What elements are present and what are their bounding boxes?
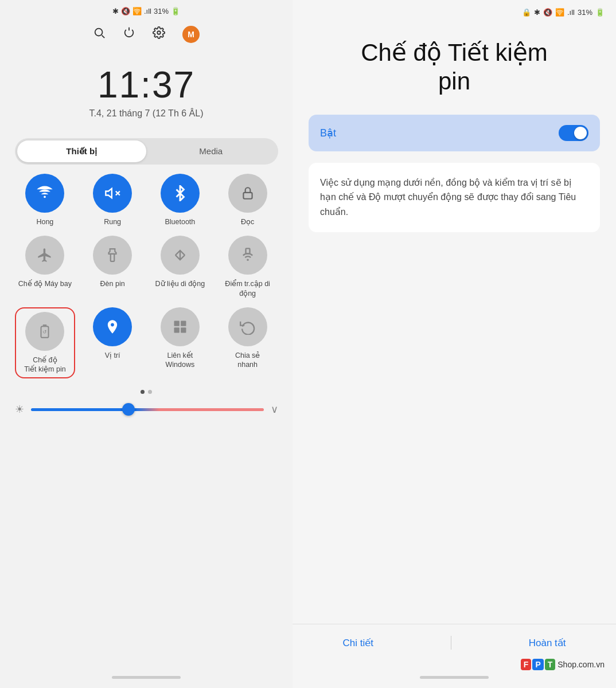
mute-tile-icon — [93, 174, 132, 213]
tile-bluetooth[interactable]: Bluetooth — [150, 174, 210, 226]
bottom-actions: Chi tiết Hoàn tất — [293, 624, 616, 659]
windows-tile-icon — [161, 307, 200, 346]
user-avatar: M — [182, 26, 200, 43]
page-indicator — [141, 390, 152, 394]
fpt-f: F — [521, 659, 532, 670]
toggle-label: Bật — [320, 127, 336, 139]
svg-rect-6 — [243, 193, 252, 199]
right-panel: 🔒 ✱ 🔇 🛜 .ıll 31% 🔋 Chế độ Tiết kiệmpin B… — [293, 0, 616, 688]
description-text: Việc sử dụng mạng dưới nền, đồng bộ và k… — [320, 175, 588, 220]
tile-chia-se-nhanh[interactable]: Chia sẻnhanh — [217, 307, 278, 379]
tile-du-lieu[interactable]: Dữ liệu di động — [150, 236, 210, 298]
svg-rect-16 — [174, 327, 179, 333]
fpt-t: T — [545, 659, 556, 670]
battery-icon: 🔋 — [171, 7, 180, 15]
action-divider — [451, 636, 451, 650]
lock-status-icon: 🔒 — [522, 8, 531, 17]
power-button[interactable] — [123, 26, 135, 42]
tile-den-pin[interactable]: Đèn pin — [82, 236, 143, 298]
mute-icon: 🔇 — [121, 7, 130, 15]
tile-doc[interactable]: Đọc — [217, 174, 278, 226]
mute-status-icon: 🔇 — [543, 8, 552, 17]
svg-line-1 — [102, 36, 105, 38]
fpt-logo: F P T — [521, 659, 555, 670]
tiles-grid: Hong Rung Bluetooth — [15, 174, 278, 378]
tile-label-diem-truy-cap: Điểm tr.cập di động — [217, 279, 278, 298]
chi-tiet-link[interactable]: Chi tiết — [342, 637, 373, 649]
svg-rect-7 — [111, 254, 115, 261]
bluetooth-icon: ✱ — [112, 7, 119, 15]
signal-status: .ıll — [567, 8, 575, 17]
clock-date: T.4, 21 tháng 7 (12 Th 6 ÂL) — [89, 108, 204, 119]
bottom-handle-right — [420, 676, 489, 679]
fpt-shop-text: Shop.com.vn — [557, 660, 605, 669]
battery-text: 31% — [154, 7, 169, 15]
tile-label-doc: Đọc — [241, 217, 254, 226]
hoan-tat-link[interactable]: Hoàn tất — [529, 637, 566, 649]
toolbar: M — [0, 20, 293, 52]
bat-toggle-row[interactable]: Bật — [309, 115, 600, 151]
tile-lien-ket-windows[interactable]: Liên kếtWindows — [150, 307, 210, 379]
svg-text:↺: ↺ — [42, 329, 47, 335]
svg-rect-15 — [181, 320, 186, 326]
svg-rect-14 — [174, 320, 179, 326]
flashlight-tile-icon — [93, 236, 132, 275]
power-save-toggle[interactable] — [559, 125, 588, 141]
svg-point-0 — [95, 29, 103, 36]
status-bar-left: ✱ 🔇 🛜 .ıll 31% 🔋 — [0, 0, 293, 20]
right-content: Chế độ Tiết kiệmpin Bật Việc sử dụng mạn… — [293, 21, 616, 624]
tile-rung[interactable]: Rung — [82, 174, 143, 226]
dot-1 — [141, 390, 145, 394]
svg-point-3 — [44, 196, 46, 198]
svg-point-9 — [247, 259, 249, 261]
tile-hong[interactable]: Hong — [15, 174, 76, 226]
battery-status: 31% — [578, 8, 592, 17]
bottom-handle — [112, 676, 181, 679]
avatar-button[interactable]: M — [182, 26, 200, 43]
dot-2 — [148, 390, 152, 394]
share-tile-icon — [228, 307, 267, 346]
signal-icon: .ıll — [144, 7, 151, 15]
slider-thumb[interactable] — [122, 403, 135, 416]
tab-media[interactable]: Media — [146, 140, 276, 162]
tile-may-bay[interactable]: Chế độ Máy bay — [15, 236, 76, 298]
clock-section: 11:37 T.4, 21 tháng 7 (12 Th 6 ÂL) — [89, 64, 204, 119]
data-tile-icon — [161, 236, 200, 275]
wifi-tile-icon — [25, 174, 64, 213]
tile-label-chia-se-nhanh: Chia sẻnhanh — [235, 351, 260, 370]
bluetooth-tile-icon — [161, 174, 200, 213]
tile-label-den-pin: Đèn pin — [100, 279, 125, 288]
battery-save-tile-icon: ↺ — [25, 312, 64, 351]
description-box: Việc sử dụng mạng dưới nền, đồng bộ và k… — [309, 163, 600, 232]
clock-time: 11:37 — [89, 64, 204, 106]
bt-status-icon: ✱ — [534, 8, 540, 17]
fpt-p: P — [532, 659, 543, 670]
settings-button[interactable] — [153, 26, 165, 42]
tile-label-vi-tri: Vị trí — [105, 351, 120, 360]
tile-label-tiet-kiem-pin: Chế độTiết kiệm pin — [24, 355, 66, 374]
tile-label-du-lieu: Dữ liệu di động — [155, 279, 205, 288]
svg-rect-17 — [181, 327, 186, 333]
tile-tiet-kiem-pin-selected[interactable]: ↺ Chế độTiết kiệm pin — [15, 307, 76, 379]
brightness-icon: ☀ — [15, 403, 24, 416]
svg-point-2 — [157, 31, 161, 34]
slider-track[interactable] — [31, 408, 264, 411]
left-panel: ✱ 🔇 🛜 .ıll 31% 🔋 — [0, 0, 293, 688]
tile-label-bluetooth: Bluetooth — [165, 217, 195, 226]
battery-status-icon: 🔋 — [595, 8, 605, 17]
chevron-down-icon[interactable]: ∨ — [271, 403, 278, 416]
tile-label-rung: Rung — [104, 217, 121, 226]
tile-label-may-bay: Chế độ Máy bay — [18, 279, 72, 288]
brightness-slider[interactable]: ☀ ∨ — [15, 403, 278, 416]
page-title: Chế độ Tiết kiệmpin — [309, 38, 600, 96]
tab-thiet-bi[interactable]: Thiết bị — [17, 140, 147, 162]
search-button[interactable] — [93, 26, 106, 42]
location-tile-icon — [93, 307, 132, 346]
tile-label-lien-ket-windows: Liên kếtWindows — [166, 351, 195, 370]
wifi-status-icon: 🛜 — [555, 8, 564, 17]
toggle-knob — [574, 127, 587, 139]
status-icons-left: ✱ 🔇 🛜 .ıll 31% 🔋 — [112, 7, 180, 15]
tile-diem-truy-cap[interactable]: Điểm tr.cập di động — [217, 236, 278, 298]
tile-vi-tri[interactable]: Vị trí — [82, 307, 143, 379]
wifi-icon: 🛜 — [132, 7, 142, 15]
